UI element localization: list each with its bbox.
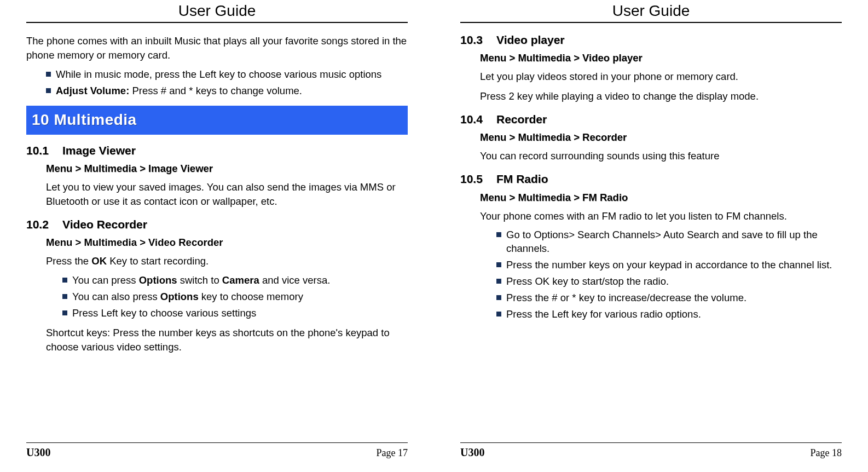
fm-radio-bullets: Go to Options> Search Channels> Auto Sea… bbox=[460, 228, 842, 321]
intro-bullets: While in music mode, press the Left key … bbox=[26, 68, 408, 98]
section-heading-image-viewer: 10.1 Image Viewer bbox=[26, 142, 408, 158]
options-label: Options bbox=[139, 274, 177, 286]
list-text: Press # and * keys to change volume. bbox=[129, 85, 302, 96]
section-title: Video player bbox=[496, 32, 565, 48]
menu-path-recorder: Menu > Multimedia > Recorder bbox=[480, 130, 842, 145]
section-title: Video Recorder bbox=[62, 216, 147, 232]
list-text: Go to Options> Search Channels> Auto Sea… bbox=[506, 229, 818, 254]
video-recorder-bullets: You can press Options switch to Camera a… bbox=[26, 274, 408, 320]
list-text: Press Left key to choose various setting… bbox=[72, 307, 256, 319]
section-number: 10.3 bbox=[460, 32, 484, 48]
list-text: Press the Left key for various radio opt… bbox=[506, 308, 701, 320]
text: Key to start recording. bbox=[107, 255, 209, 267]
section-heading-fm-radio: 10.5 FM Radio bbox=[460, 171, 842, 187]
list-text: Press the number keys on your keypad in … bbox=[506, 259, 832, 270]
list-item: Press the Left key for various radio opt… bbox=[496, 308, 842, 321]
ok-key-label: OK bbox=[91, 255, 107, 267]
text: key to choose memory bbox=[199, 291, 303, 302]
text: You can also press bbox=[72, 291, 160, 302]
section-title: Image Viewer bbox=[62, 142, 136, 158]
section-heading-video-recorder: 10.2 Video Recorder bbox=[26, 216, 408, 232]
page-right: User Guide 10.3 Video player Menu > Mult… bbox=[434, 0, 868, 472]
page-header-left: User Guide bbox=[26, 0, 408, 22]
footer-model: U300 bbox=[460, 446, 484, 459]
list-item: Press the # or * key to increase/decreas… bbox=[496, 291, 842, 305]
text: Press the bbox=[46, 255, 91, 267]
menu-path-fm-radio: Menu > Multimedia > FM Radio bbox=[480, 191, 842, 205]
footer-model: U300 bbox=[26, 446, 50, 459]
list-text: Press the # or * key to increase/decreas… bbox=[506, 292, 747, 303]
page-left: User Guide The phone comes with an inbui… bbox=[0, 0, 434, 472]
section-paragraph: Press the OK Key to start recording. bbox=[46, 254, 408, 268]
section-heading-video-player: 10.3 Video player bbox=[460, 32, 842, 48]
list-text: Press OK key to start/stop the radio. bbox=[506, 275, 669, 287]
footer-left: U300 Page 17 bbox=[26, 443, 408, 472]
text: switch to bbox=[177, 274, 222, 286]
section-paragraph: Let you play videos stored in your phone… bbox=[480, 70, 842, 84]
list-item: Press Left key to choose various setting… bbox=[62, 307, 408, 320]
section-number: 10.1 bbox=[26, 142, 50, 158]
section-paragraph: Press 2 key while playing a video to cha… bbox=[480, 89, 842, 103]
list-item: You can also press Options key to choose… bbox=[62, 290, 408, 304]
section-heading-recorder: 10.4 Recorder bbox=[460, 111, 842, 127]
section-paragraph: You can record surrounding sounds using … bbox=[480, 149, 842, 163]
header-rule bbox=[460, 22, 842, 23]
options-label: Options bbox=[160, 291, 199, 302]
adjust-volume-label: Adjust Volume: bbox=[56, 85, 129, 96]
content-right: 10.3 Video player Menu > Multimedia > Vi… bbox=[460, 30, 842, 442]
page-header-right: User Guide bbox=[460, 0, 842, 22]
text: You can press bbox=[72, 274, 139, 286]
list-text: While in music mode, press the Left key … bbox=[56, 68, 381, 80]
section-title: FM Radio bbox=[496, 171, 548, 187]
list-item: Adjust Volume: Press # and * keys to cha… bbox=[46, 84, 408, 98]
footer-right: U300 Page 18 bbox=[460, 443, 842, 472]
header-rule bbox=[26, 22, 408, 23]
chapter-heading-multimedia: 10 Multimedia bbox=[26, 106, 408, 135]
footer-page-number: Page 17 bbox=[377, 447, 408, 459]
footer-page-number: Page 18 bbox=[811, 447, 842, 459]
section-number: 10.4 bbox=[460, 111, 484, 127]
list-item: Press the number keys on your keypad in … bbox=[496, 258, 842, 272]
section-paragraph: Shortcut keys: Press the number keys as … bbox=[46, 326, 408, 354]
menu-path-video-player: Menu > Multimedia > Video player bbox=[480, 51, 842, 65]
content-left: The phone comes with an inbuilt Music th… bbox=[26, 30, 408, 442]
section-title: Recorder bbox=[496, 111, 547, 127]
section-number: 10.5 bbox=[460, 171, 484, 187]
list-item: While in music mode, press the Left key … bbox=[46, 68, 408, 82]
list-item: You can press Options switch to Camera a… bbox=[62, 274, 408, 287]
list-item: Go to Options> Search Channels> Auto Sea… bbox=[496, 228, 842, 256]
camera-label: Camera bbox=[222, 274, 259, 286]
section-paragraph: Let you to view your saved images. You c… bbox=[46, 180, 408, 209]
section-paragraph: Your phone comes with an FM radio to let… bbox=[480, 209, 842, 223]
text: and vice versa. bbox=[259, 274, 331, 286]
section-number: 10.2 bbox=[26, 216, 50, 232]
menu-path-image-viewer: Menu > Multimedia > Image Viewer bbox=[46, 162, 408, 176]
list-item: Press OK key to start/stop the radio. bbox=[496, 275, 842, 289]
intro-paragraph: The phone comes with an inbuilt Music th… bbox=[26, 34, 408, 62]
menu-path-video-recorder: Menu > Multimedia > Video Recorder bbox=[46, 235, 408, 250]
